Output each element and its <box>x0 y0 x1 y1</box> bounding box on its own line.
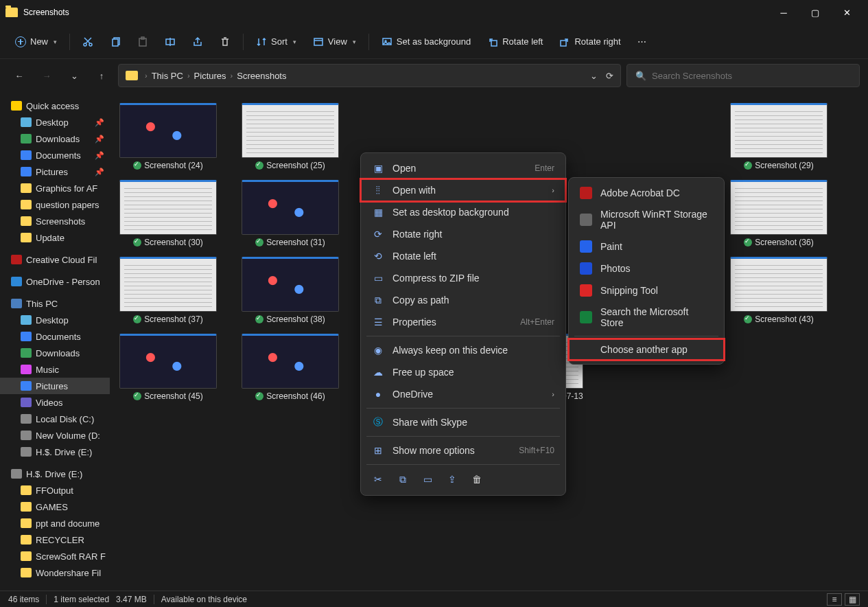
folder-icon <box>126 71 138 80</box>
ctx-rename-icon[interactable]: ▭ <box>421 473 434 485</box>
close-button[interactable]: ✕ <box>831 1 863 23</box>
sidebar-quick-access[interactable]: Quick access <box>0 98 110 114</box>
cut-button[interactable] <box>75 32 100 51</box>
sidebar-e-screwsoft[interactable]: ScrewSoft RAR F <box>0 548 110 564</box>
ctx-properties[interactable]: ☰PropertiesAlt+Enter <box>361 311 565 333</box>
ctx-open[interactable]: ▣OpenEnter <box>361 157 565 179</box>
file-item[interactable]: Screenshot (31) <box>239 180 342 247</box>
refresh-button[interactable]: ⟳ <box>606 71 613 81</box>
sidebar-e-ppt[interactable]: ppt and docume <box>0 515 110 531</box>
view-label: View <box>328 36 347 47</box>
new-button[interactable]: New ▾ <box>8 32 64 51</box>
openwith-choose[interactable]: Choose another app <box>569 339 724 360</box>
sidebar-onedrive[interactable]: OneDrive - Person <box>0 273 110 290</box>
sidebar-item-downloads[interactable]: Downloads📌 <box>0 130 110 147</box>
file-item[interactable]: Screenshot (30) <box>117 180 220 247</box>
address-dropdown[interactable]: ⌄ <box>590 71 598 81</box>
sidebar-item-graphics[interactable]: Graphics for AF <box>0 180 110 196</box>
sidebar-creative-cloud[interactable]: Creative Cloud Fil <box>0 251 110 268</box>
file-item[interactable]: Screenshot (24) <box>117 103 220 170</box>
view-thumbs-button[interactable]: ▦ <box>845 593 860 606</box>
crumb-pictures[interactable]: Pictures <box>194 71 226 81</box>
rename-button[interactable] <box>158 32 183 51</box>
ctx-cut-icon[interactable]: ✂ <box>372 473 384 485</box>
toolbar: New ▾ Sort▾ View▾ Set as background Rota… <box>0 25 868 59</box>
sidebar-item-screenshots[interactable]: Screenshots <box>0 213 110 229</box>
share-button[interactable] <box>185 32 210 51</box>
up-button[interactable]: ↑ <box>91 65 113 87</box>
sidebar-pc-pictures[interactable]: Pictures <box>0 378 110 394</box>
sidebar-e-ffoutput[interactable]: FFOutput <box>0 482 110 499</box>
openwith-photos[interactable]: Photos <box>569 257 724 279</box>
forward-button[interactable]: → <box>36 65 58 87</box>
rotl-label: Rotate left <box>502 36 543 47</box>
sidebar-pc-desktop[interactable]: Desktop <box>0 312 110 328</box>
svg-rect-9 <box>491 41 497 46</box>
recent-button[interactable]: ⌄ <box>63 65 85 87</box>
openwith-store[interactable]: Search the Microsoft Store <box>569 301 724 333</box>
search-input[interactable] <box>652 71 851 81</box>
sidebar-pc-c[interactable]: Local Disk (C:) <box>0 411 110 427</box>
file-item[interactable]: Screenshot (29) <box>727 103 830 170</box>
search-box[interactable]: 🔍 <box>626 64 860 87</box>
sidebar-pc-documents[interactable]: Documents <box>0 328 110 345</box>
openwith-acrobat[interactable]: Adobe Acrobat DC <box>569 182 724 204</box>
sidebar-pc-e[interactable]: H.$. Drive (E:) <box>0 444 110 460</box>
sort-button[interactable]: Sort▾ <box>249 32 303 51</box>
back-button[interactable]: ← <box>8 65 30 87</box>
paste-button[interactable] <box>130 32 155 51</box>
openwith-snip[interactable]: Snipping Tool <box>569 279 724 301</box>
sidebar-e-games[interactable]: GAMES <box>0 499 110 515</box>
sidebar-e-wondershare[interactable]: Wondershare Fil <box>0 564 110 581</box>
sync-icon <box>744 161 752 170</box>
view-details-button[interactable]: ≡ <box>827 593 842 606</box>
sidebar-thispc[interactable]: This PC <box>0 295 110 312</box>
sidebar-item-qpapers[interactable]: question papers <box>0 196 110 213</box>
ctx-copy-path[interactable]: ⧉Copy as path <box>361 289 565 311</box>
ctx-rotate-right[interactable]: ⟳Rotate right <box>361 223 565 245</box>
ctx-always-keep[interactable]: ◉Always keep on this device <box>361 339 565 361</box>
sidebar-pc-music[interactable]: Music <box>0 361 110 378</box>
sidebar-item-pictures[interactable]: Pictures📌 <box>0 163 110 180</box>
view-button[interactable]: View▾ <box>306 32 363 51</box>
more-button[interactable]: ⋯ <box>631 32 653 51</box>
file-item[interactable]: Screenshot (45) <box>117 334 220 411</box>
rotate-right-button[interactable]: Rotate right <box>552 32 627 51</box>
ctx-share-icon[interactable]: ⇪ <box>446 473 458 485</box>
sidebar-pc-d[interactable]: New Volume (D: <box>0 427 110 444</box>
openwith-paint[interactable]: Paint <box>569 236 724 257</box>
maximize-button[interactable]: ▢ <box>799 1 831 23</box>
rotate-left-button[interactable]: Rotate left <box>480 32 550 51</box>
sidebar-pc-videos[interactable]: Videos <box>0 394 110 411</box>
copy-button[interactable] <box>103 32 128 51</box>
file-item[interactable]: Screenshot (46) <box>239 334 342 411</box>
sidebar-item-update[interactable]: Update <box>0 229 110 246</box>
sidebar-drive-e[interactable]: H.$. Drive (E:) <box>0 466 110 482</box>
ctx-free-up[interactable]: ☁Free up space <box>361 361 565 383</box>
file-item[interactable]: Screenshot (37) <box>117 257 220 324</box>
file-item[interactable]: Screenshot (38) <box>239 257 342 324</box>
ctx-rotate-left[interactable]: ⟲Rotate left <box>361 245 565 267</box>
crumb-screenshots[interactable]: Screenshots <box>237 71 286 81</box>
ctx-delete-icon[interactable]: 🗑 <box>471 473 483 485</box>
sidebar-e-recycler[interactable]: RECYCLER <box>0 531 110 548</box>
file-item[interactable]: Screenshot (36) <box>727 180 830 247</box>
sidebar-pc-downloads[interactable]: Downloads <box>0 345 110 361</box>
ctx-compress-zip[interactable]: ▭Compress to ZIP file <box>361 267 565 289</box>
ctx-open-with[interactable]: ⦙⦙Open with› <box>361 179 565 201</box>
file-item[interactable]: Screenshot (25) <box>239 103 342 170</box>
ctx-onedrive[interactable]: ●OneDrive› <box>361 383 565 405</box>
ctx-copy-icon[interactable]: ⧉ <box>397 473 409 485</box>
crumb-thispc[interactable]: This PC <box>152 71 183 81</box>
ctx-show-more[interactable]: ⊞Show more optionsShift+F10 <box>361 439 565 461</box>
openwith-winrt[interactable]: Microsoft WinRT Storage API <box>569 204 724 236</box>
address-bar[interactable]: › This PC › Pictures › Screenshots ⌄ ⟳ <box>118 64 621 87</box>
file-item[interactable]: Screenshot (43) <box>727 257 830 324</box>
minimize-button[interactable]: ─ <box>768 1 799 23</box>
ctx-share-skype[interactable]: ⓈShare with Skype <box>361 411 565 433</box>
sidebar-item-documents[interactable]: Documents📌 <box>0 147 110 163</box>
set-background-button[interactable]: Set as background <box>375 32 478 51</box>
delete-button[interactable] <box>213 32 237 51</box>
ctx-set-desktop-bg[interactable]: ▦Set as desktop background <box>361 201 565 223</box>
sidebar-item-desktop[interactable]: Desktop📌 <box>0 114 110 130</box>
